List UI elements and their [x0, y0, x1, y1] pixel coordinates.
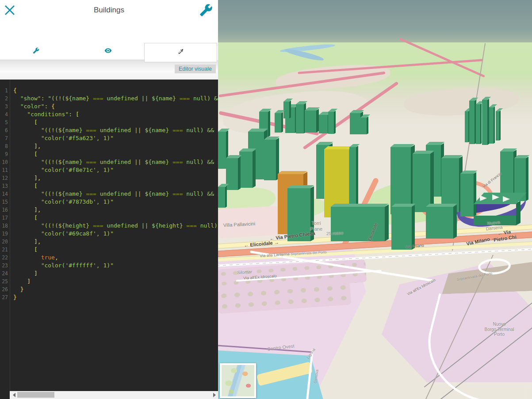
visual-editor-button[interactable]: Editor visuale: [175, 65, 216, 73]
wrench-icon: [199, 11, 213, 18]
building-3d: [460, 174, 474, 217]
eyedropper-icon: [177, 48, 184, 57]
eye-icon: [104, 47, 112, 56]
sky-horizon: [218, 0, 532, 42]
editor-code-content[interactable]: { "show": "((!(${name} === undefined || …: [10, 80, 218, 391]
json-code-editor[interactable]: 1234567891011121314151617181920212223242…: [0, 80, 218, 391]
building-3d: [496, 111, 499, 141]
style-editor-tabbar: [0, 43, 217, 60]
building-3d: [489, 107, 494, 144]
building-3d: [469, 101, 475, 144]
building-3d: [218, 187, 225, 208]
buildings-style-panel: Buildings: [0, 0, 218, 399]
building-3d: [476, 104, 480, 144]
cesium-3d-map-viewport[interactable]: ← Via Pietro Chiesa← Via Pietro Chi← Eli…: [218, 0, 532, 399]
map-label: 25 rosso: [326, 230, 344, 236]
style-editor-app: Buildings: [0, 0, 532, 399]
building-3d: [465, 111, 468, 142]
building-3d: [264, 140, 276, 180]
building-3d: [296, 104, 304, 133]
map-label: Nuova Darsena: [485, 220, 503, 232]
building-3d: [275, 113, 281, 133]
tab-style-picker[interactable]: [144, 43, 217, 62]
scroll-left-arrow[interactable]: [13, 393, 15, 397]
panel-title: Buildings: [0, 6, 218, 15]
building-3d: [226, 158, 238, 190]
tab-visibility[interactable]: [72, 43, 144, 60]
building-3d: [360, 118, 367, 134]
building-3d: [482, 100, 487, 145]
map-label: Torri Piane: [310, 220, 322, 232]
building-3d: [239, 152, 253, 188]
tab-general-style[interactable]: [0, 43, 72, 60]
editor-toolbar: Editor visuale: [0, 60, 218, 80]
building-3d: [426, 207, 453, 239]
building-3d: [328, 112, 334, 134]
building-3d: [391, 207, 412, 250]
map-label: Nuovo Borgo Terminal Porto: [484, 322, 514, 337]
building-3d: [319, 115, 328, 133]
building-3d: [350, 113, 360, 134]
editor-horizontal-scrollbar[interactable]: [10, 391, 218, 399]
wrench-icon: [33, 47, 39, 56]
overview-minimap[interactable]: [220, 363, 256, 398]
building-3d: [349, 147, 356, 212]
editor-line-numbers: 1234567891011121314151617181920212223242…: [0, 80, 10, 391]
map-label: Silomar: [237, 269, 252, 275]
editor-scroll-corner: [0, 391, 10, 399]
scroll-right-arrow[interactable]: [213, 393, 216, 397]
panel-header: Buildings: [0, 0, 218, 43]
building-3d: [218, 132, 226, 169]
scrollbar-thumb[interactable]: [17, 392, 54, 398]
style-wrench-button[interactable]: [199, 4, 213, 17]
building-3d: [305, 110, 316, 133]
